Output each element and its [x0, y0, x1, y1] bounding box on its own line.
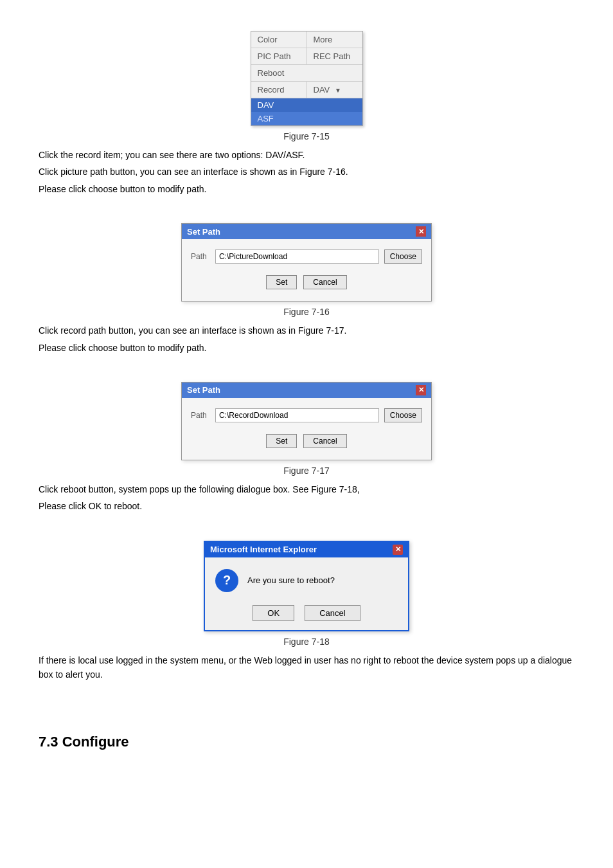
menu-cell-rec-path[interactable]: REC Path: [307, 48, 362, 64]
dropdown-indicator-icon: ▼: [335, 87, 341, 94]
dialog-path-input-fig17[interactable]: [215, 408, 379, 422]
dialog-titlebar-fig16: Set Path ✕: [182, 224, 431, 239]
menu-cell-record[interactable]: Record: [251, 82, 307, 98]
dialog-titlebar-fig17: Set Path ✕: [182, 383, 431, 398]
menu-cell-dav-dropdown[interactable]: DAV ▼: [307, 82, 362, 98]
paragraph-8: If there is local use logged in the syst…: [39, 653, 574, 682]
dialog-set-button-fig16[interactable]: Set: [266, 275, 297, 289]
ie-dialog-fig18: Microsoft Internet Explorer ✕ ? Are you …: [204, 541, 409, 631]
menu-cell-more[interactable]: More: [307, 32, 362, 48]
menu-row-1: Color More: [251, 32, 362, 48]
dialog-cancel-button-fig16[interactable]: Cancel: [303, 275, 346, 289]
dialog-path-label-fig16: Path: [191, 252, 210, 261]
ie-cancel-button-fig18[interactable]: Cancel: [305, 605, 360, 621]
menu-cell-color[interactable]: Color: [251, 32, 307, 48]
menu-row-4: Record DAV ▼: [251, 82, 362, 98]
dialog-path-row-fig16: Path Choose: [191, 249, 422, 264]
dialog-close-button-fig16[interactable]: ✕: [416, 226, 426, 237]
figure-18-caption: Figure 7-18: [283, 637, 330, 647]
menu-cell-pic-path[interactable]: PIC Path: [251, 48, 307, 64]
ie-message-text: Are you sure to reboot?: [247, 575, 335, 585]
figure-16-caption: Figure 7-16: [283, 307, 330, 317]
dialog-title-fig17: Set Path: [187, 385, 220, 395]
dialog-body-fig16: Path Choose Set Cancel: [182, 239, 431, 301]
figure-17-caption: Figure 7-17: [283, 466, 330, 476]
dropdown-list: DAV ASF: [251, 98, 362, 125]
set-path-dialog-fig17: Set Path ✕ Path Choose Set Cancel: [181, 382, 432, 460]
dialog-cancel-button-fig17[interactable]: Cancel: [303, 434, 346, 448]
menu-row-2: PIC Path REC Path: [251, 48, 362, 65]
section-heading-7-3: 7.3 Configure: [39, 734, 574, 750]
figure-15-container: Color More PIC Path REC Path Reboot Reco…: [39, 31, 574, 141]
ie-message-row-fig18: ? Are you sure to reboot?: [215, 569, 398, 592]
menu-row-3: Reboot: [251, 65, 362, 82]
menu-cell-reboot[interactable]: Reboot: [251, 65, 362, 81]
paragraph-7: Please click OK to reboot.: [39, 499, 574, 513]
paragraph-3: Please click choose button to modify pat…: [39, 182, 574, 196]
paragraph-6: Click reboot button, system pops up the …: [39, 482, 574, 496]
dialog-body-fig17: Path Choose Set Cancel: [182, 398, 431, 460]
dialog-set-button-fig17[interactable]: Set: [266, 434, 297, 448]
dialog-path-input-fig16[interactable]: [215, 249, 379, 264]
ie-body-fig18: ? Are you sure to reboot? OK Cancel: [205, 557, 408, 630]
paragraph-4: Click record path button, you can see an…: [39, 323, 574, 338]
page-content: Color More PIC Path REC Path Reboot Reco…: [39, 31, 574, 750]
ie-close-button-fig18[interactable]: ✕: [393, 545, 403, 555]
dialog-choose-button-fig16[interactable]: Choose: [384, 249, 422, 264]
figure-15-caption: Figure 7-15: [283, 131, 330, 141]
figure-18-container: Microsoft Internet Explorer ✕ ? Are you …: [39, 541, 574, 647]
dialog-path-row-fig17: Path Choose: [191, 408, 422, 422]
paragraph-2: Click picture path button, you can see a…: [39, 165, 574, 179]
set-path-dialog-fig16: Set Path ✕ Path Choose Set Cancel: [181, 223, 432, 302]
paragraph-5: Please click choose button to modify pat…: [39, 341, 574, 355]
figure-16-container: Set Path ✕ Path Choose Set Cancel Figure…: [39, 223, 574, 317]
dialog-btn-row-fig17: Set Cancel: [191, 431, 422, 453]
dialog-btn-row-fig16: Set Cancel: [191, 273, 422, 294]
dialog-close-button-fig17[interactable]: ✕: [416, 385, 426, 395]
menu-box-fig15: Color More PIC Path REC Path Reboot Reco…: [251, 31, 363, 126]
figure-17-container: Set Path ✕ Path Choose Set Cancel Figure…: [39, 382, 574, 476]
dropdown-item-asf[interactable]: ASF: [251, 112, 362, 125]
dialog-title-fig16: Set Path: [187, 227, 220, 237]
dialog-choose-button-fig17[interactable]: Choose: [384, 408, 422, 422]
dialog-path-label-fig17: Path: [191, 411, 210, 420]
ie-dialog-title-fig18: Microsoft Internet Explorer: [210, 545, 317, 554]
ie-ok-button-fig18[interactable]: OK: [253, 605, 294, 621]
ie-btn-row-fig18: OK Cancel: [215, 605, 398, 621]
ie-question-icon: ?: [215, 569, 238, 592]
dropdown-item-dav[interactable]: DAV: [251, 98, 362, 112]
paragraph-1: Click the record item; you can see there…: [39, 148, 574, 162]
ie-titlebar-fig18: Microsoft Internet Explorer ✕: [205, 542, 408, 557]
